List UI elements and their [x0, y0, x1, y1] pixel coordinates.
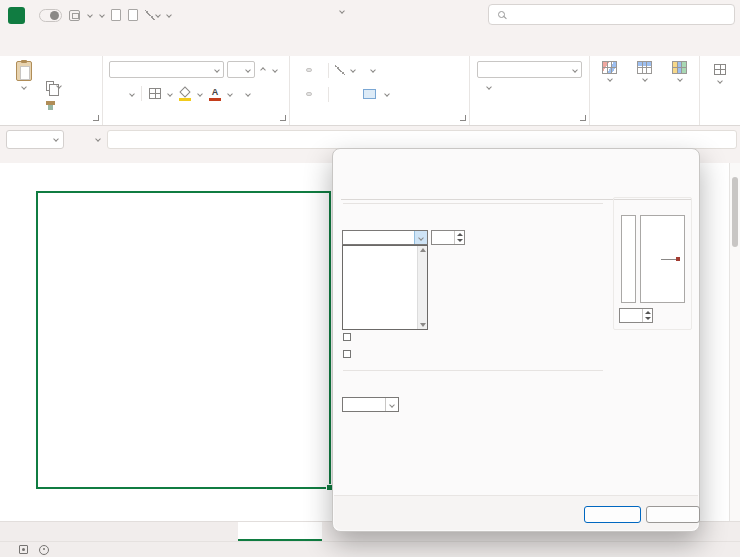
undo-button[interactable] — [87, 13, 92, 17]
insert-cells-icon — [714, 64, 726, 75]
cut-button[interactable] — [46, 62, 61, 75]
checkbox-icon — [343, 333, 351, 341]
alignment-dialog-launcher-icon[interactable] — [460, 115, 466, 121]
accessibility-icon — [39, 545, 49, 555]
quick-tool-button-2[interactable] — [128, 9, 138, 21]
paste-button[interactable] — [7, 61, 41, 113]
rotation-gauge[interactable] — [640, 215, 685, 303]
format-cells-dialog — [332, 148, 700, 532]
vertical-scrollbar[interactable] — [729, 163, 740, 521]
paste-icon — [16, 61, 32, 81]
copy-button[interactable] — [46, 79, 61, 92]
format-as-table-button[interactable] — [627, 61, 662, 81]
rotation-needle — [661, 259, 676, 260]
name-box[interactable] — [6, 130, 64, 149]
merge-center-button[interactable] — [363, 89, 379, 99]
title-bar — [0, 0, 740, 30]
font-color-button[interactable]: A — [209, 87, 221, 101]
cancel-button[interactable] — [646, 506, 700, 523]
page-icon — [128, 9, 138, 21]
number-group — [470, 56, 590, 125]
search-icon — [498, 11, 505, 18]
document-title[interactable] — [330, 9, 344, 13]
copy-icon — [46, 81, 54, 91]
vertical-text-option[interactable] — [621, 215, 636, 303]
ok-button[interactable] — [584, 506, 641, 523]
status-bar — [0, 541, 740, 557]
scroll-down-icon[interactable] — [420, 323, 426, 327]
number-format-select[interactable] — [477, 61, 582, 78]
align-bottom-button[interactable] — [318, 69, 322, 71]
page-icon — [111, 9, 121, 21]
font-group: A — [103, 56, 290, 125]
excel-logo-icon — [8, 7, 25, 24]
horizontal-alignment-select[interactable] — [342, 230, 428, 245]
search-input[interactable] — [488, 4, 735, 25]
dialog-footer — [334, 495, 698, 530]
decrease-font-button[interactable] — [270, 68, 279, 72]
conditional-formatting-icon — [602, 61, 617, 74]
selection-outline — [36, 191, 331, 489]
styles-group — [590, 56, 700, 125]
insert-cells-button[interactable] — [703, 64, 737, 83]
right-to-left-section-label — [337, 370, 603, 371]
text-alignment-section-label — [337, 203, 603, 204]
excel-window: A — [0, 0, 740, 557]
dialog-title — [333, 149, 699, 177]
ribbon: A — [0, 56, 740, 126]
number-dialog-launcher-icon[interactable] — [580, 115, 586, 121]
format-as-table-icon — [637, 61, 652, 74]
fill-color-icon — [179, 86, 190, 97]
font-dialog-launcher-icon[interactable] — [280, 115, 286, 121]
format-painter-button[interactable] — [46, 96, 61, 109]
fill-color-button[interactable] — [179, 87, 191, 101]
degrees-spinner[interactable] — [619, 308, 653, 323]
font-name-select[interactable] — [109, 61, 224, 78]
sheet-tab-active[interactable] — [238, 522, 322, 541]
quick-tool-button-3[interactable] — [145, 10, 160, 20]
horizontal-alignment-dropdown-list — [342, 245, 428, 330]
list-scrollbar[interactable] — [417, 246, 427, 329]
clipboard-dialog-launcher-icon[interactable] — [93, 115, 99, 121]
save-icon — [69, 10, 80, 21]
orientation-button[interactable] — [335, 65, 345, 75]
insert-group — [700, 56, 740, 125]
align-left-button[interactable] — [296, 93, 300, 95]
paragraph-direction-button[interactable] — [361, 69, 365, 71]
rotation-handle-icon[interactable] — [676, 257, 680, 261]
align-middle-button[interactable] — [306, 68, 312, 72]
format-painter-icon — [46, 101, 55, 105]
decrease-indent-button[interactable] — [335, 93, 339, 95]
save-button[interactable] — [69, 10, 80, 21]
borders-button[interactable] — [149, 88, 161, 99]
quick-tool-button-1[interactable] — [111, 9, 121, 21]
increase-indent-button[interactable] — [345, 93, 349, 95]
align-center-button[interactable] — [306, 92, 312, 96]
clipboard-group — [0, 56, 103, 125]
cell-styles-button[interactable] — [662, 61, 697, 81]
redo-button[interactable] — [99, 13, 104, 17]
autosave-toggle[interactable] — [39, 9, 62, 22]
shrink-to-fit-checkbox[interactable] — [343, 333, 355, 341]
align-right-button[interactable] — [318, 93, 322, 95]
ribbon-tab-strip — [0, 30, 740, 56]
increase-font-button[interactable] — [258, 68, 267, 72]
text-direction-select[interactable] — [342, 397, 399, 412]
toggle-knob-icon — [50, 11, 59, 20]
indent-spinner[interactable] — [431, 230, 465, 245]
align-top-button[interactable] — [296, 69, 300, 71]
conditional-formatting-button[interactable] — [592, 61, 627, 81]
formula-input[interactable] — [107, 130, 737, 149]
cell-styles-icon — [672, 61, 687, 74]
merge-center-icon — [363, 89, 376, 99]
font-size-select[interactable] — [227, 61, 255, 78]
checkbox-icon — [343, 350, 351, 358]
merge-cells-checkbox[interactable] — [343, 350, 355, 358]
scroll-up-icon[interactable] — [420, 248, 426, 252]
chevron-down-icon — [339, 8, 345, 14]
pour-icon — [145, 10, 155, 20]
macro-record-icon[interactable] — [19, 545, 28, 554]
toolbar-overflow-button[interactable] — [167, 13, 171, 17]
alignment-group — [290, 56, 470, 125]
